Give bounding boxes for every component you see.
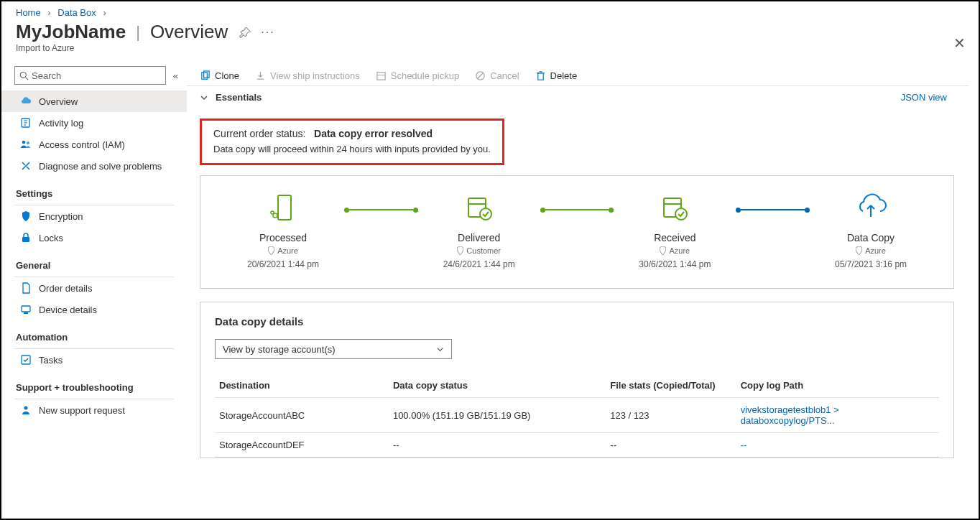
stage-processed: Processed Azure 20/6/2021 1:44 pm [222,193,344,269]
page-section: Overview [150,21,228,43]
trash-icon [535,70,546,81]
log-icon [20,117,32,129]
copy-icon [200,70,211,81]
chevron-right-icon: › [98,7,110,18]
ship-instructions-button: View ship instructions [255,70,360,81]
json-view-link[interactable]: JSON view [901,92,961,103]
copy-log-link[interactable]: -- [741,440,747,450]
pin-icon[interactable] [239,27,251,38]
chevron-down-icon[interactable] [200,93,208,102]
sidebar-section-support: Support + troubleshooting [1,371,187,396]
cell-status: 100.00% (151.19 GB/151.19 GB) [389,398,606,433]
cloud-upload-icon [854,193,887,222]
toolbar-label: Schedule pickup [391,70,459,81]
stage-location: Azure [669,246,690,255]
page-title: MyJobName [16,21,126,43]
svg-rect-15 [377,73,385,80]
table-row: StorageAccountDEF -- -- -- [215,433,939,458]
sidebar-item-support[interactable]: New support request [1,399,187,421]
sidebar-item-tasks[interactable]: Tasks [1,349,187,371]
col-files[interactable]: File stats (Copied/Total) [606,373,736,398]
sidebar-item-label: New support request [39,405,125,416]
svg-point-12 [24,407,28,410]
viewby-dropdown[interactable]: View by storage account(s) [215,339,452,359]
people-icon [20,139,32,150]
more-icon[interactable]: ··· [261,26,274,39]
order-status-callout: Current order status: Data copy error re… [200,119,504,165]
essentials-header[interactable]: Essentials JSON view [187,85,969,108]
stage-name: Received [654,232,695,243]
sidebar-item-label: Order details [39,283,92,294]
sidebar-section-automation: Automation [1,320,187,345]
sidebar-item-activity[interactable]: Activity log [1,112,187,134]
toolbar-label: View ship instructions [270,70,360,81]
schedule-pickup-button: Schedule pickup [376,70,459,81]
clone-button[interactable]: Clone [200,70,239,81]
collapse-sidebar-icon[interactable]: « [173,70,178,81]
col-status[interactable]: Data copy status [389,373,606,398]
location-icon [856,246,862,255]
content-pane: Clone View ship instructions Schedule pi… [187,63,979,511]
close-icon[interactable]: ✕ [953,34,966,52]
copy-details-table: Destination Data copy status File stats … [215,373,939,458]
sidebar-item-label: Activity log [39,118,83,129]
sidebar-item-label: Overview [39,96,78,107]
copy-log-link[interactable]: vivekstoragetestblob1 > databoxcopylog/P… [741,404,839,426]
device-icon [20,304,32,315]
essentials-label: Essentials [216,92,262,103]
cell-files: -- [606,433,736,458]
title-divider: | [126,23,150,42]
status-description: Data copy will proceed within 24 hours w… [213,144,491,154]
search-icon [19,71,29,80]
cell-destination: StorageAccountABC [215,398,389,433]
svg-rect-19 [537,73,543,80]
box-check-icon [660,193,690,222]
stage-datetime: 30/6/2021 1:44 pm [639,259,711,269]
sidebar-item-encryption[interactable]: Encryption [1,205,187,227]
data-copy-details-card: Data copy details View by storage accoun… [200,302,954,458]
col-log[interactable]: Copy log Path [736,373,939,398]
shield-icon [20,210,32,222]
location-icon [457,246,463,255]
timeline-card: Processed Azure 20/6/2021 1:44 pm Delive… [200,175,954,289]
sidebar-item-label: Device details [39,305,97,315]
search-input[interactable]: Search [14,66,166,85]
svg-point-30 [675,208,687,220]
stage-location: Azure [865,246,886,255]
search-placeholder: Search [32,70,61,81]
cancel-button: Cancel [475,70,519,81]
table-row: StorageAccountABC 100.00% (151.19 GB/151… [215,398,939,433]
sidebar-item-iam[interactable]: Access control (IAM) [1,134,187,155]
breadcrumb-databox[interactable]: Data Box [57,7,96,18]
location-icon [660,246,666,255]
sidebar-item-diagnose[interactable]: Diagnose and solve problems [1,155,187,177]
cell-destination: StorageAccountDEF [215,433,389,458]
sidebar: Search « Overview Activity log Access co… [1,63,187,511]
wrench-icon [20,160,32,172]
stage-location: Customer [466,246,501,255]
document-icon [20,282,32,294]
stage-datetime: 05/7/2021 3:16 pm [835,259,907,269]
breadcrumb-home[interactable]: Home [16,7,41,18]
cancel-icon [475,70,486,81]
location-icon [268,246,274,255]
svg-point-27 [480,208,491,220]
toolbar-label: Delete [550,70,578,81]
svg-rect-10 [24,312,28,314]
sidebar-section-general: General [1,249,187,274]
toolbar: Clone View ship instructions Schedule pi… [187,66,969,85]
sidebar-item-locks[interactable]: Locks [1,227,187,249]
cell-status: -- [389,433,606,458]
svg-line-18 [478,73,484,79]
sidebar-item-overview[interactable]: Overview [1,90,187,112]
sidebar-item-order[interactable]: Order details [1,277,187,299]
support-icon [20,404,32,416]
svg-point-0 [20,72,26,78]
svg-rect-8 [22,237,29,242]
delete-button[interactable]: Delete [535,70,578,81]
page-subtitle: Import to Azure [1,43,979,63]
sidebar-item-device[interactable]: Device details [1,299,187,320]
status-label: Current order status: [213,128,305,139]
sidebar-section-settings: Settings [1,177,187,202]
col-destination[interactable]: Destination [215,373,389,398]
